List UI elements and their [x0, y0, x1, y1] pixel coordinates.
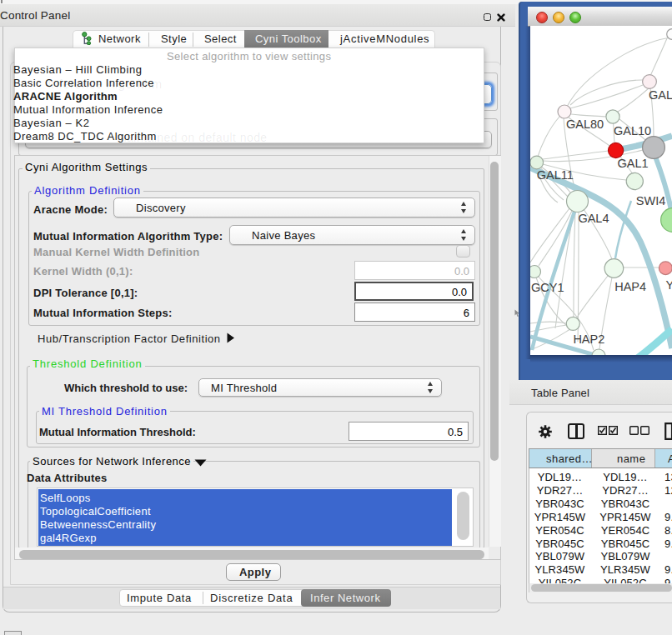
svg-text:GAL: GAL: [649, 88, 672, 102]
svg-text:HAP4: HAP4: [614, 280, 646, 293]
svg-text:GAL1: GAL1: [618, 157, 649, 170]
svg-text:GCY1: GCY1: [531, 281, 564, 294]
svg-text:HAP2: HAP2: [573, 332, 604, 346]
svg-text:GAL80: GAL80: [566, 118, 604, 131]
svg-text:SWI4: SWI4: [636, 194, 665, 208]
svg-text:GAL10: GAL10: [614, 124, 651, 138]
svg-text:GAL4: GAL4: [578, 212, 609, 225]
svg-text:Y: Y: [666, 278, 672, 292]
svg-text:GAL11: GAL11: [537, 168, 574, 182]
